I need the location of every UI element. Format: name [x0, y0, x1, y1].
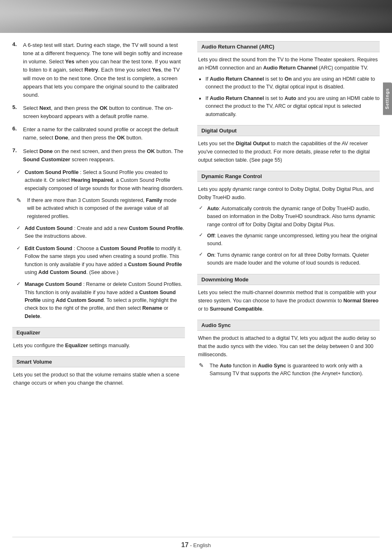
page-header	[0, 0, 392, 33]
dynamic-range-check-off: ✓ Off: Leaves the dynamic range uncompre…	[197, 232, 380, 248]
check-mark-off-icon: ✓	[199, 232, 205, 248]
check-item-manage-custom-sound: ✓ Manage Custom Sound : Rename or delete…	[12, 281, 185, 320]
item-number-4: 4.	[12, 41, 20, 99]
dynamic-range-header-label: Dynamic Range Control	[201, 173, 262, 179]
dynamic-range-off-text: Off: Leaves the dynamic range uncompress…	[207, 232, 380, 248]
downmixing-header-label: Downmixing Mode	[201, 276, 249, 283]
dynamic-range-check-auto: ✓ Auto: Automatically controls the dynam…	[197, 205, 380, 229]
numbered-item-6: 6. Enter a name for the calibrated sound…	[12, 125, 185, 142]
check-item-edit-custom-sound: ✓ Edit Custom Sound : Choose a Custom So…	[12, 245, 185, 277]
numbered-item-7: 7. Select Done on the next screen, and t…	[12, 147, 185, 164]
audio-sync-header-label: Audio Sync	[201, 322, 231, 328]
sidebar-tab-label: Settings	[385, 88, 390, 109]
check-mark-icon: ✓	[16, 169, 22, 193]
numbered-item-4: 4. A 6-step test will start. During each…	[12, 41, 185, 99]
check-item-add-custom-sound: ✓ Add Custom Sound : Create and add a ne…	[12, 225, 185, 241]
downmixing-section-header: Downmixing Mode	[197, 274, 380, 285]
dynamic-range-check-on: ✓ On: Turns dynamic range control on for…	[197, 251, 380, 267]
note-pencil-icon-2: ✎	[199, 362, 206, 378]
sidebar-settings-tab: Settings	[383, 82, 392, 115]
bullet-dot-icon-2: •	[199, 95, 203, 118]
arc-section-header: Audio Return Channel (ARC)	[197, 41, 380, 52]
dynamic-range-section-text: Lets you apply dynamic range control to …	[197, 185, 380, 202]
right-column: Audio Return Channel (ARC) Lets you dire…	[197, 41, 380, 390]
check-mark-icon-3: ✓	[16, 245, 22, 277]
note-family-mode-text: If there are more than 3 Custom Sounds r…	[27, 197, 185, 220]
item-7-content: Select Done on the next screen, and then…	[23, 147, 185, 164]
add-custom-sound-text: Add Custom Sound : Create and add a new …	[25, 225, 185, 241]
arc-section-text: Lets you direct the sound from the TV to…	[197, 56, 380, 72]
arc-header-label: Audio Return Channel (ARC)	[201, 44, 274, 50]
dynamic-range-section-header: Dynamic Range Control	[197, 171, 380, 182]
audio-sync-section-header: Audio Sync	[197, 320, 380, 331]
dynamic-range-auto-text: Auto: Automatically controls the dynamic…	[207, 205, 380, 229]
page-number: 17	[181, 541, 189, 548]
smart-volume-header-label: Smart Volume	[16, 359, 52, 365]
arc-bullet-auto-text: If Audio Return Channel is set to Auto a…	[205, 95, 380, 118]
digital-output-section-header: Digital Output	[197, 125, 380, 136]
arc-bullet-on-text: If Audio Return Channel is set to On and…	[205, 75, 380, 91]
check-mark-on-icon: ✓	[199, 251, 205, 267]
note-pencil-icon: ✎	[16, 197, 24, 220]
left-column: 4. A 6-step test will start. During each…	[12, 41, 185, 390]
item-number-6: 6.	[12, 125, 20, 142]
page-content: 4. A 6-step test will start. During each…	[0, 33, 392, 399]
audio-sync-section-text: When the product is attached to a digita…	[197, 334, 380, 359]
arc-bullet-auto: • If Audio Return Channel is set to Auto…	[197, 95, 380, 118]
digital-output-section-text: Lets you set the Digital Output to match…	[197, 139, 380, 164]
audio-sync-note-text: The Auto function in Audio Sync is guara…	[210, 362, 380, 378]
equalizer-section-header: Equalizer	[12, 327, 185, 338]
note-item-family-mode: ✎ If there are more than 3 Custom Sounds…	[12, 197, 185, 220]
downmixing-section-text: Lets you select the multi-channel downmi…	[197, 288, 380, 313]
arc-bullet-on: • If Audio Return Channel is set to On a…	[197, 75, 380, 91]
item-5-content: Select Next, and then press the OK butto…	[23, 104, 185, 121]
item-number-7: 7.	[12, 147, 20, 164]
check-mark-icon-4: ✓	[16, 281, 22, 320]
equalizer-header-label: Equalizer	[16, 330, 40, 336]
digital-output-header-label: Digital Output	[201, 128, 237, 134]
edit-custom-sound-text: Edit Custom Sound : Choose a Custom Soun…	[25, 245, 185, 277]
equalizer-section-text: Lets you configure the Equalizer setting…	[12, 341, 185, 350]
manage-custom-sound-text: Manage Custom Sound : Rename or delete C…	[25, 281, 185, 320]
check-mark-icon-2: ✓	[16, 225, 22, 241]
page-footer: 17 - English	[12, 537, 380, 549]
audio-sync-note: ✎ The Auto function in Audio Sync is gua…	[197, 362, 380, 378]
smart-volume-section-text: Lets you set the product so that the vol…	[12, 371, 185, 387]
item-4-content: A 6-step test will start. During each st…	[23, 41, 185, 99]
check-item-custom-sound-profile: ✓ Custom Sound Profile : Select a Sound …	[12, 169, 185, 193]
smart-volume-section-header: Smart Volume	[12, 356, 185, 367]
numbered-item-5: 5. Select Next, and then press the OK bu…	[12, 104, 185, 121]
dynamic-range-on-text: On: Turns dynamic range control on for a…	[207, 251, 380, 267]
page-lang: English	[193, 542, 211, 548]
item-6-content: Enter a name for the calibrated sound pr…	[23, 125, 185, 142]
bullet-dot-icon-1: •	[199, 75, 203, 91]
item-number-5: 5.	[12, 104, 20, 121]
custom-sound-profile-text: Custom Sound Profile : Select a Sound Pr…	[25, 169, 185, 193]
check-mark-auto-icon: ✓	[199, 205, 205, 229]
